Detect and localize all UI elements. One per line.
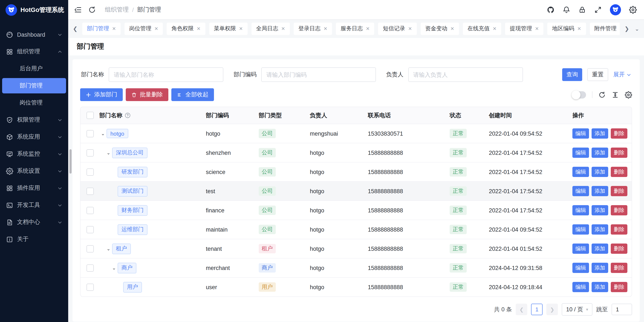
breadcrumb-current[interactable]: 部门管理 <box>137 6 161 14</box>
add-button[interactable]: 添加 <box>592 282 608 292</box>
department-name-chip[interactable]: 租户 <box>112 243 131 254</box>
tab-close-icon[interactable]: ✕ <box>408 26 412 31</box>
tab-登录日志[interactable]: 登录日志✕ <box>294 22 332 35</box>
prev-page-button[interactable]: ❮ <box>516 304 527 315</box>
github-icon[interactable] <box>547 6 554 14</box>
sidebar-item-开发工具[interactable]: 开发工具 <box>2 197 66 213</box>
sidebar-subitem-部门管理[interactable]: 部门管理 <box>2 78 66 93</box>
help-icon[interactable] <box>124 112 131 119</box>
menu-fold-icon[interactable] <box>74 6 82 14</box>
delete-button[interactable]: 删除 <box>611 282 628 292</box>
sidebar-subitem-岗位管理[interactable]: 岗位管理 <box>2 95 66 111</box>
delete-button[interactable]: 删除 <box>611 243 628 254</box>
expand-toggle[interactable]: 展开 <box>613 71 631 79</box>
lock-icon[interactable] <box>578 6 586 14</box>
add-button[interactable]: 添加 <box>592 167 608 177</box>
expand-arrow-icon[interactable]: ⌄ <box>105 246 112 251</box>
edit-button[interactable]: 编辑 <box>572 263 589 273</box>
row-checkbox[interactable] <box>86 168 94 175</box>
tab-close-icon[interactable]: ✕ <box>281 26 285 31</box>
tab-菜单权限[interactable]: 菜单权限✕ <box>209 22 248 35</box>
expand-arrow-icon[interactable]: ⌄ <box>110 265 118 271</box>
input-部门名称[interactable] <box>109 67 223 82</box>
edit-button[interactable]: 编辑 <box>572 243 589 254</box>
user-avatar[interactable] <box>610 4 621 15</box>
tab-地区编码[interactable]: 地区编码✕ <box>548 22 586 35</box>
query-button[interactable]: 查询 <box>562 68 582 81</box>
department-name-chip[interactable]: 用户 <box>123 282 142 292</box>
tab-close-icon[interactable]: ✕ <box>197 26 200 31</box>
fullscreen-icon[interactable] <box>594 6 602 14</box>
expand-arrow-icon[interactable]: ⌄ <box>99 131 106 136</box>
delete-button[interactable]: 删除 <box>611 205 628 215</box>
row-checkbox[interactable] <box>86 149 94 156</box>
edit-button[interactable]: 编辑 <box>572 128 589 139</box>
add-button[interactable]: 添加 <box>592 186 608 196</box>
input-负责人[interactable] <box>408 67 523 82</box>
tab-close-icon[interactable]: ✕ <box>366 26 370 31</box>
tab-提现管理[interactable]: 提现管理✕ <box>505 22 544 35</box>
row-checkbox[interactable] <box>86 245 94 252</box>
delete-button[interactable]: 删除 <box>611 148 628 158</box>
department-name-chip[interactable]: 研发部门 <box>118 167 148 177</box>
edit-button[interactable]: 编辑 <box>572 224 589 235</box>
department-name-chip[interactable]: 运维部门 <box>118 224 148 235</box>
collapse-all-button[interactable]: 全部收起 <box>171 88 214 101</box>
add-button[interactable]: 添加 <box>592 224 608 235</box>
add-button[interactable]: 添加 <box>592 148 608 158</box>
refresh-icon[interactable] <box>88 6 96 14</box>
department-name-chip[interactable]: 财务部门 <box>118 205 148 216</box>
tab-服务日志[interactable]: 服务日志✕ <box>336 22 374 35</box>
sidebar-item-文档中心[interactable]: 文档中心 <box>2 214 66 230</box>
department-name-chip[interactable]: hotgo <box>106 129 128 138</box>
row-checkbox[interactable] <box>86 283 94 291</box>
tab-close-icon[interactable]: ✕ <box>577 26 581 31</box>
tab-短信记录[interactable]: 短信记录✕ <box>378 22 416 35</box>
next-page-button[interactable]: ❯ <box>546 304 558 315</box>
tab-全局日志[interactable]: 全局日志✕ <box>252 22 290 35</box>
row-checkbox[interactable] <box>86 130 94 137</box>
department-name-chip[interactable]: 测试部门 <box>118 186 148 196</box>
edit-button[interactable]: 编辑 <box>572 167 589 177</box>
tabs-menu-chevron-icon[interactable]: ⌄ <box>634 25 640 32</box>
sidebar-item-系统设置[interactable]: 系统设置 <box>2 163 66 179</box>
delete-button[interactable]: 删除 <box>611 186 628 196</box>
tab-资金变动[interactable]: 资金变动✕ <box>420 22 459 35</box>
sidebar-item-插件应用[interactable]: 插件应用 <box>2 180 66 196</box>
edit-button[interactable]: 编辑 <box>572 148 589 158</box>
tab-附件管理[interactable]: 附件管理✕ <box>590 22 620 35</box>
reset-button[interactable]: 重置 <box>587 68 608 81</box>
row-checkbox[interactable] <box>86 207 94 214</box>
add-button[interactable]: 添加 <box>592 128 608 139</box>
sidebar-item-组织管理[interactable]: 组织管理 <box>2 44 66 59</box>
tab-close-icon[interactable]: ✕ <box>112 26 116 31</box>
jump-page-input[interactable] <box>612 304 632 315</box>
tab-close-icon[interactable]: ✕ <box>324 26 327 31</box>
tab-close-icon[interactable]: ✕ <box>239 26 243 31</box>
sidebar-item-关于[interactable]: 关于 <box>2 232 66 247</box>
column-settings-icon[interactable] <box>625 91 632 98</box>
tab-岗位管理[interactable]: 岗位管理✕ <box>124 22 163 35</box>
input-部门编码[interactable] <box>261 67 376 82</box>
table-refresh-icon[interactable] <box>598 91 606 98</box>
tab-部门管理[interactable]: 部门管理✕ <box>82 22 120 35</box>
striped-toggle[interactable] <box>572 91 586 98</box>
sidebar-subitem-后台用户[interactable]: 后台用户 <box>2 61 66 76</box>
edit-button[interactable]: 编辑 <box>572 186 589 196</box>
batch-delete-button[interactable]: 批量删除 <box>126 88 168 101</box>
page-size-select[interactable]: 10 / 页 ▾ <box>562 303 592 315</box>
breadcrumb-parent[interactable]: 组织管理 <box>105 6 129 14</box>
tab-close-icon[interactable]: ✕ <box>535 26 539 31</box>
tab-close-icon[interactable]: ✕ <box>450 26 454 31</box>
sidebar-item-Dashboard[interactable]: Dashboard <box>2 27 66 42</box>
sidebar-item-系统应用[interactable]: 系统应用 <box>2 129 66 145</box>
tab-close-icon[interactable]: ✕ <box>620 26 620 31</box>
tab-close-icon[interactable]: ✕ <box>154 26 158 31</box>
delete-button[interactable]: 删除 <box>611 263 628 273</box>
tabs-scroll-right-icon[interactable]: ❯ <box>624 25 630 32</box>
row-height-icon[interactable] <box>612 91 619 98</box>
select-all-checkbox[interactable] <box>86 112 94 119</box>
delete-button[interactable]: 删除 <box>611 224 628 235</box>
row-checkbox[interactable] <box>86 226 94 233</box>
edit-button[interactable]: 编辑 <box>572 282 589 292</box>
